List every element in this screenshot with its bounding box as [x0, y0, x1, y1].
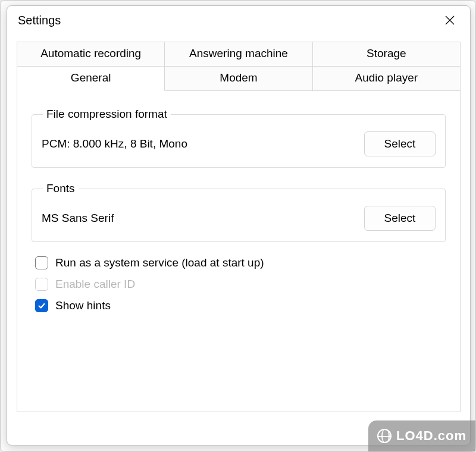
tab-modem[interactable]: Modem: [165, 66, 312, 91]
tab-automatic-recording[interactable]: Automatic recording: [17, 42, 165, 66]
group-file-compression-row: PCM: 8.000 kHz, 8 Bit, Mono Select: [42, 131, 436, 156]
compression-value: PCM: 8.000 kHz, 8 Bit, Mono: [42, 137, 187, 150]
group-fonts: Fonts MS Sans Serif Select: [32, 182, 446, 242]
checkbox-icon[interactable]: [35, 299, 48, 312]
select-compression-button[interactable]: Select: [364, 131, 436, 156]
group-file-compression-label: File compression format: [43, 108, 171, 121]
tab-row-2: General Modem Audio player: [17, 66, 461, 91]
group-file-compression: File compression format PCM: 8.000 kHz, …: [32, 108, 446, 168]
close-button[interactable]: [437, 8, 463, 32]
check-enable-caller-id-label: Enable caller ID: [55, 278, 135, 291]
window-title: Settings: [18, 14, 61, 27]
tab-panel-general: File compression format PCM: 8.000 kHz, …: [17, 91, 461, 412]
close-icon: [444, 15, 455, 26]
checkbox-icon: [35, 278, 48, 291]
checkbox-list: Run as a system service (load at start u…: [32, 256, 446, 312]
tab-general[interactable]: General: [17, 66, 165, 91]
check-enable-caller-id: Enable caller ID: [35, 278, 446, 291]
titlebar: Settings: [7, 6, 470, 34]
tab-answering-machine[interactable]: Answering machine: [165, 42, 312, 66]
settings-window: Settings Automatic recording Answering m…: [7, 5, 471, 445]
tab-row-1: Automatic recording Answering machine St…: [17, 42, 461, 66]
client-area: Automatic recording Answering machine St…: [7, 34, 470, 445]
check-run-service-label: Run as a system service (load at start u…: [55, 256, 264, 269]
tab-host: Automatic recording Answering machine St…: [17, 42, 461, 412]
checkbox-icon[interactable]: [35, 256, 48, 269]
check-show-hints[interactable]: Show hints: [35, 299, 446, 312]
tab-storage[interactable]: Storage: [313, 42, 461, 66]
group-fonts-label: Fonts: [43, 182, 79, 195]
screen-root: Settings Automatic recording Answering m…: [0, 0, 476, 452]
select-font-button[interactable]: Select: [364, 206, 436, 231]
group-fonts-row: MS Sans Serif Select: [42, 206, 436, 231]
fonts-value: MS Sans Serif: [42, 212, 114, 225]
check-show-hints-label: Show hints: [55, 299, 111, 312]
tab-audio-player[interactable]: Audio player: [313, 66, 461, 91]
check-run-service[interactable]: Run as a system service (load at start u…: [35, 256, 446, 269]
